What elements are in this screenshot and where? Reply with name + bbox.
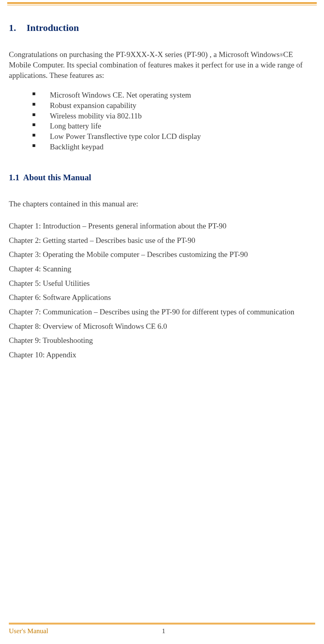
chapter-item: Chapter 3: Operating the Mobile computer… [9,249,315,260]
feature-text: Robust expansion capability [50,101,136,110]
chapter-item: Chapter 9: Troubleshooting [9,335,315,346]
section-title: Introduction [27,22,79,33]
chapter-list: Chapter 1: Introduction – Presents gener… [9,221,315,360]
section-number: 1. [9,21,24,34]
top-horizontal-rule [7,2,317,5]
subsection-number: 1.1 [9,173,19,182]
intro-text-1: Congratulations on purchasing the PT-9XX… [9,50,279,59]
chapter-item: Chapter 6: Software Applications [9,292,315,303]
registered-mark-icon: ® [279,52,283,58]
intro-paragraph: Congratulations on purchasing the PT-9XX… [9,49,315,80]
page-footer: User's Manual 1 [0,623,324,636]
chapter-item: Chapter 8: Overview of Microsoft Windows… [9,321,315,332]
bottom-horizontal-rule [9,623,315,624]
subsection-title: About this Manual [23,173,91,182]
feature-text: Long battery life [50,122,101,130]
list-item: Long battery life [32,121,315,131]
feature-list: Microsoft Windows CE. Net operating syst… [32,90,315,152]
subsection-heading: 1.1 About this Manual [9,172,315,183]
list-item: Low Power Transflective type color LCD d… [32,131,315,142]
subsection-lead: The chapters contained in this manual ar… [9,199,315,209]
list-item: Wireless mobility via 802.11b [32,111,315,121]
chapter-item: Chapter 7: Communication – Describes usi… [9,307,315,317]
list-item: Microsoft Windows CE. Net operating syst… [32,90,315,100]
page-content: 1. Introduction Congratulations on purch… [0,5,324,360]
feature-text: Backlight keypad [50,143,104,151]
feature-text: Wireless mobility via 802.11b [50,112,142,120]
chapter-item: Chapter 2: Getting started – Describes b… [9,235,315,246]
chapter-item: Chapter 5: Useful Utilities [9,278,315,289]
section-heading: 1. Introduction [9,21,315,34]
feature-text: Microsoft Windows CE. Net operating syst… [50,91,191,99]
footer-page-number: 1 [12,627,315,636]
list-item: Robust expansion capability [32,100,315,111]
list-item: Backlight keypad [32,142,315,152]
chapter-item: Chapter 4: Scanning [9,264,315,274]
chapter-item: Chapter 10: Appendix [9,350,315,360]
feature-text: Low Power Transflective type color LCD d… [50,132,201,141]
chapter-item: Chapter 1: Introduction – Presents gener… [9,221,315,231]
